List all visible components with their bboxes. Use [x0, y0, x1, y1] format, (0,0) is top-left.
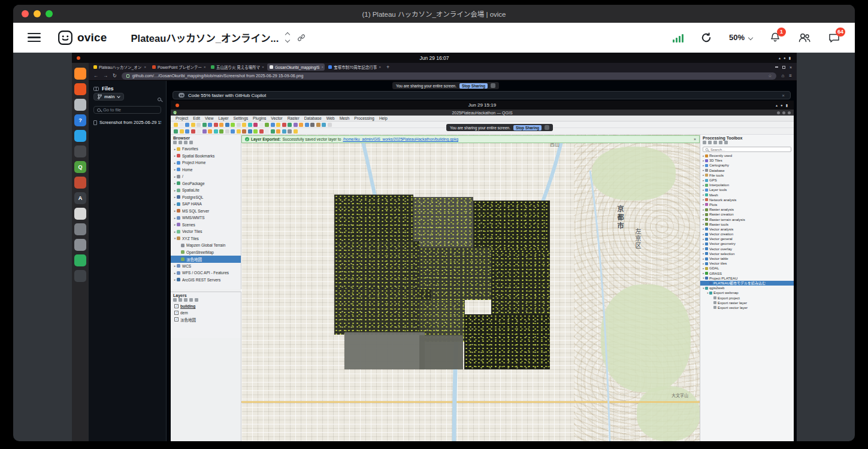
search-files-icon[interactable] [158, 98, 161, 101]
processing-tree-item[interactable]: ▸ Database [700, 168, 794, 173]
map-canvas[interactable]: 西山 京都市 左京区 大文字山 [241, 135, 700, 441]
browser-tree-item[interactable]: ▸ Vector Tiles [171, 228, 241, 235]
toolbar-icon[interactable] [174, 123, 178, 127]
toolbar-icon[interactable] [180, 123, 184, 127]
system-tray[interactable]: ▴ ● ▮ [779, 56, 791, 60]
toolbar-icon[interactable] [299, 123, 303, 127]
processing-tree-item[interactable]: ▸ Vector general [700, 236, 794, 241]
dock-icon[interactable] [74, 99, 86, 111]
dismiss-banner-icon[interactable]: × [782, 93, 785, 98]
browser-tree-item[interactable]: ▸ PostgreSQL [171, 194, 241, 201]
layer-checkbox[interactable]: ✓ [174, 311, 179, 315]
toolbar-icon[interactable] [214, 129, 218, 134]
dock-icon[interactable] [74, 177, 86, 189]
menu-item[interactable]: Raster [285, 116, 302, 120]
layer-row[interactable]: ✓ building [171, 303, 241, 310]
toolbar-icon[interactable] [191, 123, 195, 127]
processing-tree-item[interactable]: ▸ Plots [700, 202, 794, 207]
close-icon[interactable]: × [790, 65, 792, 69]
toolbar-icon[interactable] [276, 129, 280, 134]
maximize-icon[interactable] [782, 66, 785, 69]
toolbar-icon[interactable] [282, 129, 286, 134]
browser-tree-item[interactable]: ▸ Favorites [171, 145, 241, 153]
toolbar-icon[interactable] [225, 129, 229, 134]
toolbar-icon[interactable] [196, 129, 201, 134]
processing-tree-item[interactable]: ▸ File tools [700, 173, 794, 178]
processing-tree-item[interactable]: Export vector layer [700, 305, 794, 310]
browser-tree-item[interactable]: ▸ Project Home [171, 159, 241, 166]
menu-item[interactable]: Web [324, 116, 337, 120]
processing-tree-item[interactable]: ▸ Vector selection [700, 251, 794, 256]
browser-tree-item[interactable]: ▸ Home [171, 166, 241, 174]
tab-close-icon[interactable]: × [262, 65, 264, 69]
downloads-icon[interactable]: ⌂ [781, 73, 784, 78]
toolbar-icon[interactable] [310, 123, 314, 127]
processing-tree-item[interactable]: ▸ Raster terrain analysis [700, 217, 794, 222]
menu-item[interactable]: Project [173, 116, 190, 120]
toolbar-icon[interactable] [248, 129, 252, 134]
layers-panel-toolbar[interactable] [171, 298, 241, 303]
toolbar-icon[interactable] [294, 123, 298, 127]
processing-tree-item[interactable]: ▸ Recently used [700, 153, 794, 158]
processing-tree-item[interactable]: ▾ Export webmap [700, 290, 794, 295]
toolbar-icon[interactable] [288, 123, 292, 127]
file-tree-item[interactable]: Screenshot from 2025-06-29 15-2… [93, 120, 161, 125]
bookmark-star-icon[interactable]: ☆ [768, 74, 772, 78]
browser-tab[interactable]: 宝塚市制70周年記念行事 × [326, 63, 383, 71]
tab-close-icon[interactable]: × [321, 65, 323, 69]
browser-tree-item[interactable]: ▸ WMS/WMTS [171, 214, 241, 222]
layer-row[interactable]: ✓ 淡色地図 [171, 316, 241, 323]
processing-search[interactable] [703, 147, 791, 152]
ovice-logo[interactable]: ovice [58, 30, 107, 45]
qgis-window-controls[interactable] [777, 111, 791, 114]
screenshare-view[interactable]: Jun 29 16:07 ▴ ● ▮ ? Q [72, 53, 797, 441]
toolbar-icon[interactable] [191, 129, 195, 134]
processing-tree-item[interactable]: ▸ Vector table [700, 256, 794, 261]
toolbar-icon[interactable] [185, 129, 189, 134]
processing-tree-item[interactable]: ▸ Cartography [700, 163, 794, 168]
desktop-clock[interactable]: Jun 29 16:07 [419, 55, 449, 61]
stop-sharing-button[interactable]: Stop Sharing [513, 125, 542, 131]
browser-tree-item[interactable]: OpenStreetMap [171, 249, 241, 256]
dock-icon[interactable] [74, 223, 86, 235]
processing-tree-item[interactable]: ▸ Vector analysis [700, 227, 794, 232]
dock-icon[interactable]: ? [74, 114, 86, 126]
toolbar-icon[interactable] [174, 129, 178, 134]
layer-checkbox[interactable]: ✓ [174, 317, 179, 321]
toolbar-icon[interactable] [282, 123, 286, 127]
branch-selector[interactable]: main [93, 93, 124, 101]
processing-tree-item[interactable]: ▾ qgis2web [700, 286, 794, 290]
toolbar-icon[interactable] [271, 129, 275, 134]
minimize-icon[interactable] [775, 66, 778, 68]
toolbar-icon[interactable] [225, 123, 229, 127]
processing-tree-item[interactable]: ▸ Vector creation [700, 232, 794, 236]
toolbar-icon[interactable] [242, 129, 246, 134]
space-switcher-icon[interactable] [286, 33, 289, 42]
menu-item[interactable]: Settings [231, 116, 251, 120]
browser-tree-item[interactable]: ▸ ArcGIS REST Servers [171, 277, 241, 284]
dock-icon[interactable] [74, 145, 86, 157]
browser-tree-item[interactable]: ▸ WFS / OGC API - Features [171, 269, 241, 277]
processing-tree-item[interactable]: ▸ Raster analysis [700, 207, 794, 212]
dock-icon[interactable] [74, 68, 86, 80]
dock-icon[interactable] [74, 239, 86, 251]
new-tab-button[interactable]: + [386, 64, 389, 70]
browser-tab[interactable]: Plateauハッカソン_オン × [91, 63, 149, 71]
toolbar-icon[interactable] [231, 123, 235, 127]
toolbar-icon[interactable] [248, 123, 252, 127]
toolbar-icon[interactable] [185, 123, 189, 127]
processing-tree-item[interactable]: ▸ Vector geometry [700, 241, 794, 246]
menu-item[interactable]: Help [377, 116, 390, 120]
toolbar-icon[interactable] [242, 123, 246, 127]
menu-item[interactable]: Plugins [250, 116, 268, 120]
dock-icon[interactable] [74, 254, 86, 266]
menu-item[interactable]: Mesh [337, 116, 352, 120]
dock-icon[interactable] [74, 83, 86, 95]
toolbar-icon[interactable] [180, 129, 184, 134]
close-window-button[interactable] [22, 10, 29, 17]
connection-signal-icon[interactable] [673, 33, 683, 43]
browser-tab[interactable]: 五山送り火 見える場所マ × [208, 63, 266, 71]
processing-search-input[interactable] [710, 148, 789, 151]
menu-button[interactable] [28, 33, 41, 43]
forward-button[interactable]: → [103, 73, 108, 78]
